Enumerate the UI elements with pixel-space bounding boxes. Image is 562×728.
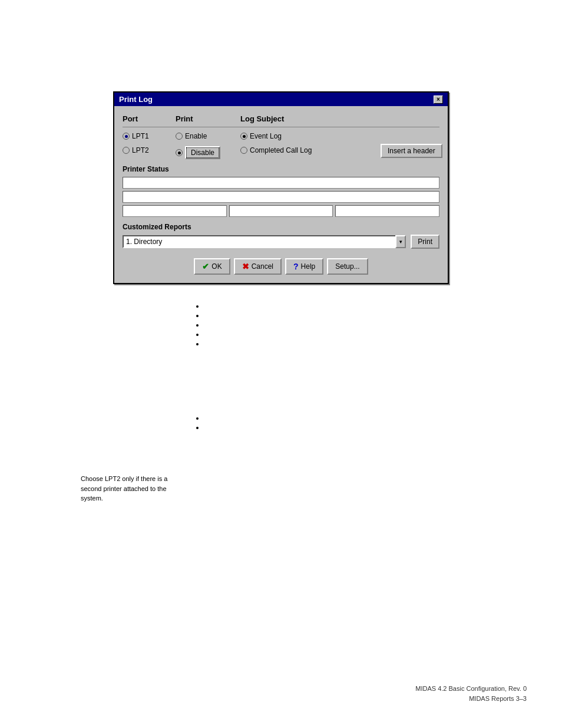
bottom-buttons: ✔ OK ✖ Cancel ? Help Setup... (123, 258, 439, 275)
help-icon: ? (293, 262, 299, 271)
print-log-dialog: Print Log × Port Print Log Subject LPT1 (113, 91, 449, 284)
help-label: Help (301, 262, 316, 271)
status-row-2 (123, 191, 439, 203)
lpt2-side-note: Choose LPT2 only if there is a second pr… (81, 474, 175, 503)
bullet-item (204, 423, 481, 431)
print-button[interactable]: Print (411, 235, 439, 249)
status-field-3c (335, 205, 439, 217)
printer-status-label: Printer Status (123, 165, 439, 173)
dialog-close-button[interactable]: × (434, 95, 443, 104)
bullet-item (204, 321, 481, 329)
status-field-1 (123, 177, 439, 189)
bullet-item (204, 340, 481, 348)
enable-label: Enable (185, 132, 207, 140)
print-column: Enable Disable (176, 132, 240, 159)
insert-header-col: Insert a header (381, 132, 439, 159)
col-header-print: Print (176, 114, 240, 123)
help-button[interactable]: ? Help (285, 258, 323, 275)
below-dialog (81, 302, 481, 444)
cancel-label: Cancel (252, 262, 273, 271)
port-column: LPT1 LPT2 (123, 132, 176, 159)
bullet-list-2 (193, 414, 481, 433)
completed-call-log-label: Completed Call Log (250, 146, 312, 154)
disable-radio-dot (176, 149, 183, 156)
dropdown-arrow-icon[interactable]: ▼ (395, 235, 406, 248)
bullet-item (204, 302, 481, 310)
bullet-item (204, 414, 481, 422)
page-footer: MIDAS 4.2 Basic Configuration, Rev. 0 MI… (415, 684, 527, 704)
check-icon: ✔ (202, 262, 209, 271)
lpt2-label: LPT2 (132, 146, 149, 154)
setup-button[interactable]: Setup... (327, 258, 368, 275)
directory-dropdown[interactable]: 1. Directory (123, 235, 396, 248)
ok-label: OK (211, 262, 222, 271)
footer-line2: MIDAS Reports 3–3 (415, 694, 527, 704)
status-field-3a (123, 205, 227, 217)
bullet-item (204, 330, 481, 338)
lpt1-radio-dot (123, 133, 130, 140)
page: Print Log × Port Print Log Subject LPT1 (0, 0, 562, 728)
radio-section: LPT1 LPT2 Enable Disable (123, 132, 439, 159)
completed-call-log-radio[interactable]: Completed Call Log (240, 146, 381, 154)
enable-radio-dot (176, 133, 183, 140)
bullet-list-1 (193, 302, 481, 349)
event-log-radio-dot (240, 133, 247, 140)
dropdown-wrap: 1. Directory ▼ (123, 235, 406, 248)
event-log-radio[interactable]: Event Log (240, 132, 381, 140)
disable-radio[interactable]: Disable (176, 146, 240, 159)
dialog-titlebar: Print Log × (114, 93, 448, 106)
lpt1-label: LPT1 (132, 132, 149, 140)
lpt1-radio[interactable]: LPT1 (123, 132, 176, 140)
insert-header-button[interactable]: Insert a header (381, 144, 442, 158)
left-note-area (81, 302, 193, 444)
bullet-item (204, 311, 481, 319)
status-field-2 (123, 191, 439, 203)
enable-radio[interactable]: Enable (176, 132, 240, 140)
printer-status-fields (123, 177, 439, 217)
event-log-label: Event Log (250, 132, 282, 140)
spacer (193, 361, 481, 396)
customized-reports-label: Customized Reports (123, 223, 439, 231)
cancel-button[interactable]: ✖ Cancel (234, 258, 282, 275)
col-header-port: Port (123, 114, 176, 123)
footer-line1: MIDAS 4.2 Basic Configuration, Rev. 0 (415, 684, 527, 694)
dialog-body: Port Print Log Subject LPT1 LPT2 (114, 106, 448, 283)
lpt2-radio-dot (123, 147, 130, 154)
column-headers: Port Print Log Subject (123, 112, 439, 127)
log-column: Event Log Completed Call Log (240, 132, 381, 159)
status-field-3b (229, 205, 333, 217)
x-icon: ✖ (242, 262, 249, 271)
bullet-lists (193, 302, 481, 444)
col-header-log: Log Subject (240, 114, 439, 123)
custom-reports-row: 1. Directory ▼ Print (123, 235, 439, 249)
dialog-title: Print Log (119, 95, 153, 104)
status-row-1 (123, 177, 439, 189)
disable-button[interactable]: Disable (185, 146, 220, 159)
side-note-row: Choose LPT2 only if there is a second pr… (81, 450, 481, 503)
ok-button[interactable]: ✔ OK (194, 258, 230, 275)
lpt2-radio[interactable]: LPT2 (123, 146, 176, 154)
status-row-3 (123, 205, 439, 217)
completed-call-log-radio-dot (240, 147, 247, 154)
